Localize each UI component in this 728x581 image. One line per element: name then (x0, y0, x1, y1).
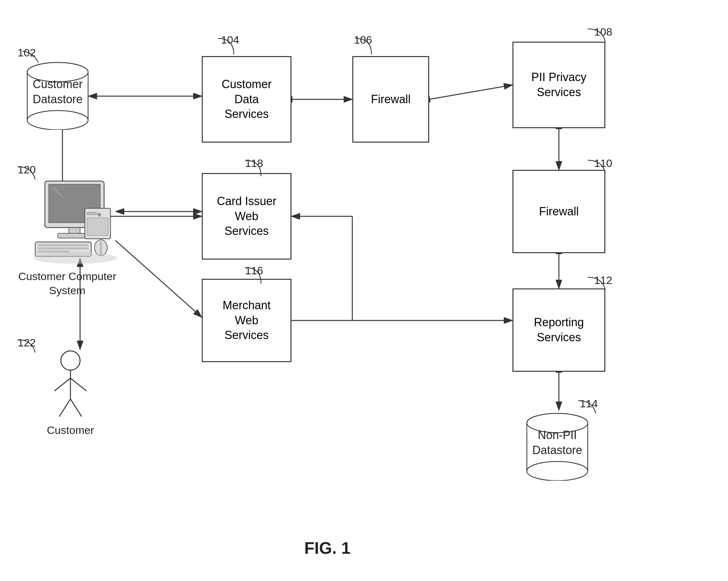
customer-data-services-label: CustomerDataServices (222, 77, 271, 122)
fig-label: FIG. 1 (304, 538, 350, 558)
bracket-104 (208, 32, 240, 58)
bracket-110 (583, 154, 608, 176)
bracket-114 (573, 394, 599, 416)
svg-line-11 (115, 241, 202, 317)
svg-point-34 (98, 213, 101, 216)
customer-person (42, 349, 99, 429)
bracket-118 (235, 154, 267, 179)
svg-line-4 (429, 85, 513, 99)
customer-label: Customer (35, 423, 106, 437)
pii-privacy-services-label: PII PrivacyServices (531, 70, 587, 100)
non-pii-datastore: Non-PIIDatastore (524, 410, 591, 481)
bracket-112 (583, 271, 608, 293)
svg-point-23 (527, 461, 588, 481)
svg-point-43 (61, 351, 80, 370)
customer-computer-system (26, 178, 125, 277)
svg-rect-37 (38, 244, 88, 246)
svg-line-45 (54, 378, 71, 391)
bracket-116 (235, 261, 267, 287)
bracket-120 (13, 160, 38, 183)
reporting-services-label: ReportingServices (534, 315, 584, 345)
bracket-102 (16, 45, 42, 64)
svg-rect-33 (87, 212, 97, 215)
firewall-110-box: Firewall (513, 170, 605, 253)
merchant-web-services-label: MerchantWebServices (223, 298, 271, 343)
card-issuer-web-services-box: Card IssuerWebServices (202, 173, 291, 259)
customer-data-services-box: CustomerDataServices (202, 56, 291, 143)
svg-line-46 (71, 378, 86, 391)
customer-computer-system-label: Customer ComputerSystem (18, 269, 117, 297)
customer-datastore-label: CustomerDatastore (26, 77, 90, 107)
svg-rect-35 (87, 218, 108, 235)
svg-point-18 (27, 110, 88, 130)
pii-privacy-services-box: PII PrivacyServices (513, 42, 605, 128)
reporting-services-box: ReportingServices (513, 288, 605, 372)
merchant-web-services-box: MerchantWebServices (202, 279, 291, 362)
card-issuer-web-services-label: Card IssuerWebServices (217, 194, 277, 239)
firewall-110-label: Firewall (539, 204, 579, 219)
customer-datastore: CustomerDatastore (24, 59, 91, 130)
non-pii-datastore-label: Non-PIIDatastore (525, 428, 589, 458)
diagram-container: 102 CustomerDatastore 104 CustomerDataSe… (0, 0, 728, 581)
svg-line-48 (71, 399, 82, 416)
svg-rect-39 (38, 251, 70, 253)
bracket-106 (346, 32, 378, 58)
svg-rect-38 (38, 247, 88, 249)
firewall-106-label: Firewall (371, 92, 411, 107)
svg-line-47 (59, 399, 71, 416)
firewall-106-box: Firewall (352, 56, 429, 143)
svg-point-42 (34, 252, 117, 264)
bracket-122 (13, 335, 38, 354)
bracket-108 (583, 22, 608, 45)
